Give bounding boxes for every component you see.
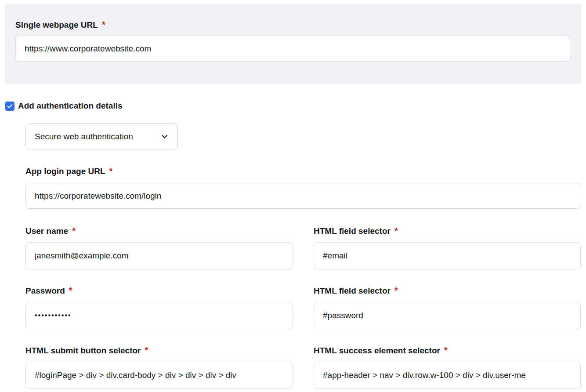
app-login-url-input[interactable] [25, 183, 581, 209]
submit-selector-cell: HTML submit button selector* [25, 345, 293, 389]
required-asterisk: * [444, 345, 448, 355]
success-element-selector-label: HTML success element selector* [314, 345, 581, 356]
required-asterisk: * [394, 286, 398, 295]
auth-method-selected-value: Secure web authentication [35, 132, 133, 142]
password-label: Password* [25, 286, 293, 296]
app-login-url-block: App login page URL* [25, 166, 581, 209]
checkmark-icon [7, 103, 13, 109]
success-element-selector-label-text: HTML success element selector [314, 346, 440, 355]
app-login-url-label: App login page URL* [25, 166, 581, 176]
add-auth-details-checkbox[interactable] [5, 102, 14, 111]
auth-method-select[interactable]: Secure web authentication [25, 123, 178, 149]
password-cell: Password* [25, 286, 293, 329]
required-asterisk: * [72, 226, 76, 236]
chevron-down-icon [160, 132, 169, 141]
password-field-selector-label-text: HTML field selector [314, 286, 391, 295]
username-field-selector-input[interactable] [314, 242, 581, 269]
add-auth-details-label[interactable]: Add authentication details [18, 101, 123, 111]
submit-button-selector-label-text: HTML submit button selector [25, 346, 141, 355]
required-asterisk: * [394, 226, 398, 236]
auth-config-form: Single webpage URL* Add authentication d… [0, 0, 586, 392]
add-auth-details-row: Add authentication details [5, 101, 586, 111]
required-asterisk: * [69, 286, 72, 295]
auth-fields-grid: User name* HTML field selector* Password… [25, 226, 581, 389]
password-field-selector-label: HTML field selector* [314, 286, 581, 296]
username-selector-cell: HTML field selector* [314, 226, 581, 269]
username-input[interactable] [25, 242, 293, 269]
username-label: User name* [25, 226, 293, 236]
username-field-selector-label-text: HTML field selector [314, 226, 391, 236]
required-asterisk: * [109, 166, 113, 176]
single-webpage-url-label-text: Single webpage URL [15, 20, 98, 29]
app-login-url-label-text: App login page URL [25, 167, 105, 176]
password-selector-cell: HTML field selector* [314, 286, 581, 329]
single-webpage-url-label: Single webpage URL* [15, 20, 570, 30]
single-webpage-url-input[interactable] [15, 36, 570, 62]
password-field-selector-input[interactable] [314, 302, 581, 329]
required-asterisk: * [102, 20, 105, 29]
username-label-text: User name [25, 226, 68, 236]
submit-button-selector-label: HTML submit button selector* [25, 345, 293, 356]
single-webpage-url-panel: Single webpage URL* [5, 4, 581, 83]
username-cell: User name* [25, 226, 293, 269]
username-field-selector-label: HTML field selector* [314, 226, 581, 236]
password-input[interactable] [25, 302, 293, 329]
required-asterisk: * [145, 345, 148, 355]
success-selector-cell: HTML success element selector* [314, 345, 581, 389]
success-element-selector-input[interactable] [314, 362, 581, 389]
submit-button-selector-input[interactable] [25, 362, 293, 389]
password-label-text: Password [25, 286, 65, 295]
